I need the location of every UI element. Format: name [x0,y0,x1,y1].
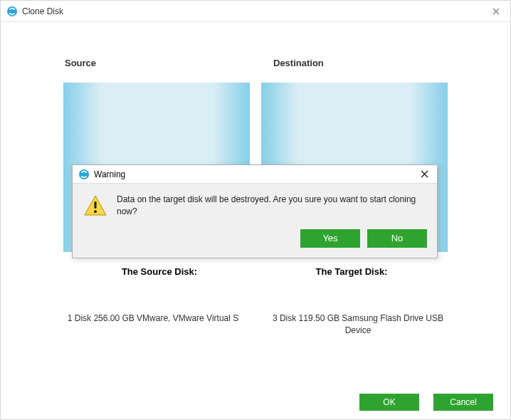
no-button[interactable]: No [367,229,427,248]
dialog-title: Warning [94,169,411,179]
window-close-button[interactable] [482,1,510,22]
source-header: Source [65,58,238,68]
warning-icon [84,195,107,216]
app-icon [78,169,90,180]
ok-button[interactable]: OK [359,394,419,411]
cancel-button[interactable]: Cancel [433,394,493,411]
footer-buttons: OK Cancel [359,394,493,411]
window-title: Clone Disk [22,6,482,16]
dialog-message: Data on the target disk will be destroye… [117,194,426,218]
column-headers: Source Destination [1,22,510,83]
app-icon [6,6,18,17]
target-disk-description: 3 Disk 119.50 GB Samsung Flash Drive USB… [256,313,460,337]
warning-dialog: Warning Data on the target disk will be … [72,164,438,258]
source-disk-description: 1 Disk 256.00 GB VMware, VMware Virtual … [51,313,256,337]
yes-button[interactable]: Yes [300,229,360,248]
clone-disk-window: Clone Disk Source Destination The Source… [0,0,511,420]
dialog-close-button[interactable] [411,165,437,184]
svg-point-8 [94,210,97,213]
source-disk-label: The Source Disk: [63,266,256,277]
dialog-body: Data on the target disk will be destroye… [73,184,437,225]
titlebar: Clone Disk [1,1,510,22]
disk-descriptions: 1 Disk 256.00 GB VMware, VMware Virtual … [1,277,510,337]
dialog-footer: Yes No [73,225,437,258]
svg-rect-7 [94,201,96,209]
target-disk-label: The Target Disk: [256,266,448,277]
destination-header: Destination [238,58,446,68]
dialog-titlebar: Warning [73,165,437,184]
